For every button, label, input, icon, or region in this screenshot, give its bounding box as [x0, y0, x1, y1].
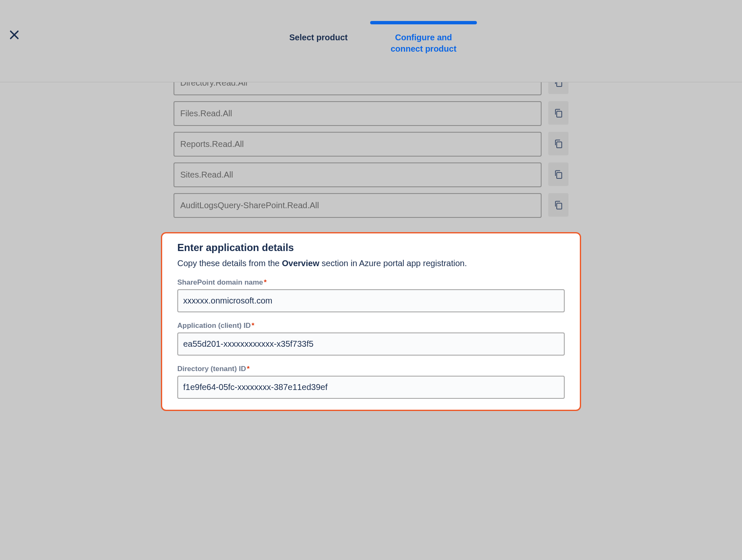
copy-icon — [553, 82, 563, 87]
wizard-header: Select product Configure and connect pro… — [0, 0, 742, 82]
svg-rect-0 — [557, 82, 562, 86]
tenant-id-label: Directory (tenant) ID* — [177, 365, 565, 373]
svg-rect-3 — [557, 173, 562, 178]
copy-button[interactable] — [548, 82, 568, 94]
permission-row: Sites.Read.All — [174, 162, 568, 187]
sharepoint-domain-input[interactable] — [177, 289, 565, 312]
copy-icon — [553, 169, 563, 179]
tenant-id-input[interactable] — [177, 376, 565, 399]
content-area: Directory.Read.All Files.Read.All Report… — [0, 82, 742, 560]
sharepoint-domain-label: SharePoint domain name* — [177, 278, 565, 287]
permission-row: Files.Read.All — [174, 101, 568, 126]
active-step-indicator — [370, 21, 477, 24]
field-label-text: Directory (tenant) ID — [177, 365, 246, 373]
copy-icon — [553, 200, 563, 210]
copy-icon — [553, 139, 563, 149]
copy-button[interactable] — [548, 101, 568, 125]
client-id-label: Application (client) ID* — [177, 322, 565, 330]
svg-rect-4 — [557, 203, 562, 209]
details-subtext-post: section in Azure portal app registration… — [319, 259, 467, 268]
step-configure-connect[interactable]: Configure and connect product — [390, 21, 457, 55]
copy-button[interactable] — [548, 132, 568, 155]
copy-button[interactable] — [548, 162, 568, 186]
permission-value: AuditLogsQuery-SharePoint.Read.All — [174, 193, 542, 218]
permission-row: AuditLogsQuery-SharePoint.Read.All — [174, 193, 568, 218]
close-button[interactable] — [6, 26, 23, 43]
permission-value: Files.Read.All — [174, 101, 542, 126]
details-subtext-pre: Copy these details from the — [177, 259, 282, 268]
required-asterisk: * — [252, 322, 255, 330]
client-id-input[interactable] — [177, 332, 565, 356]
svg-rect-2 — [557, 142, 562, 148]
step-label: Select product — [289, 32, 348, 43]
permission-value: Directory.Read.All — [174, 82, 542, 95]
details-heading: Enter application details — [177, 242, 565, 254]
permission-row: Directory.Read.All — [174, 82, 568, 95]
field-label-text: SharePoint domain name — [177, 278, 263, 286]
application-details-panel: Enter application details Copy these det… — [161, 232, 581, 411]
field-label-text: Application (client) ID — [177, 322, 251, 330]
copy-icon — [553, 108, 563, 118]
close-icon — [9, 29, 20, 40]
svg-rect-1 — [557, 111, 562, 117]
permission-row: Reports.Read.All — [174, 132, 568, 157]
required-asterisk: * — [264, 278, 267, 286]
details-subtext-bold: Overview — [282, 259, 319, 268]
permission-value: Sites.Read.All — [174, 162, 542, 187]
step-label: Configure and connect product — [390, 32, 457, 55]
wizard-steps: Select product Configure and connect pro… — [285, 21, 457, 55]
permission-value: Reports.Read.All — [174, 132, 542, 157]
copy-button[interactable] — [548, 193, 568, 217]
required-asterisk: * — [247, 365, 250, 373]
details-subtext: Copy these details from the Overview sec… — [177, 259, 565, 268]
step-select-product[interactable]: Select product — [285, 21, 352, 55]
